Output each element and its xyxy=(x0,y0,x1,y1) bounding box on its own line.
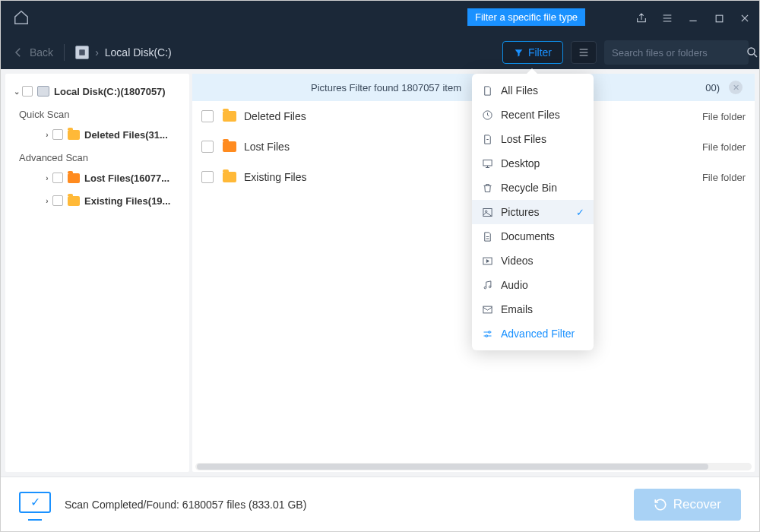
expand-icon[interactable]: › xyxy=(42,131,52,139)
folder-icon xyxy=(223,111,236,122)
folder-icon xyxy=(223,172,236,182)
svg-rect-0 xyxy=(716,15,723,22)
checkbox[interactable] xyxy=(52,129,63,140)
trash-icon xyxy=(481,182,493,194)
maximize-button[interactable] xyxy=(712,11,726,25)
search-input[interactable] xyxy=(612,47,739,59)
restore-icon xyxy=(654,498,667,511)
filter-option-lost-files[interactable]: Lost Files xyxy=(472,127,594,151)
chevron-right-icon: › xyxy=(95,46,99,59)
sidebar: ⌄ Local Disk(C:)(1807057) Quick Scan › D… xyxy=(5,74,189,472)
back-button[interactable]: Back xyxy=(11,46,53,59)
advanced-filter-label: Advanced Filter xyxy=(501,328,575,340)
clock-icon xyxy=(481,109,493,121)
filter-tooltip: Filter a specific file type xyxy=(467,8,585,26)
audio-icon xyxy=(481,279,493,291)
list-icon xyxy=(578,46,590,59)
sliders-icon xyxy=(481,328,493,340)
filter-option-label: Recent Files xyxy=(501,109,560,121)
filter-option-label: All Files xyxy=(501,84,538,97)
svg-rect-1 xyxy=(79,49,85,55)
filter-dropdown: All FilesRecent FilesLost FilesDesktopRe… xyxy=(472,74,594,350)
file-icon xyxy=(481,84,493,97)
filter-option-emails[interactable]: Emails xyxy=(472,297,594,321)
status-bar: ✓ Scan Completed/Found: 6180057 files (8… xyxy=(1,477,759,531)
filter-option-documents[interactable]: Documents xyxy=(472,224,594,249)
image-icon xyxy=(481,206,493,218)
mail-icon xyxy=(481,303,493,315)
folder-icon xyxy=(68,196,80,206)
expand-icon[interactable]: › xyxy=(42,174,52,182)
banner-text-left: Pictures Filter found 1807057 item xyxy=(204,82,461,93)
svg-rect-4 xyxy=(483,160,491,166)
home-icon[interactable] xyxy=(13,9,31,27)
filter-label: Filter xyxy=(528,46,552,59)
share-icon[interactable] xyxy=(635,11,648,25)
search-icon[interactable] xyxy=(746,46,759,59)
filter-option-label: Lost Files xyxy=(501,133,546,145)
drive-icon xyxy=(75,46,89,59)
search-box[interactable] xyxy=(604,40,749,65)
view-mode-button[interactable] xyxy=(571,41,597,64)
expand-icon[interactable]: › xyxy=(42,197,52,205)
app-window: Filter a specific file type Back xyxy=(0,0,760,532)
filter-option-label: Videos xyxy=(501,255,534,267)
svg-point-2 xyxy=(748,48,755,55)
file-name: Lost Files xyxy=(244,141,670,153)
filter-option-label: Audio xyxy=(501,279,528,291)
toolbar: Back › Local Disk(C:) Filter xyxy=(1,36,759,69)
desktop-icon xyxy=(481,157,493,169)
filter-option-videos[interactable]: Videos xyxy=(472,249,594,273)
lost-icon xyxy=(481,133,493,145)
svg-point-8 xyxy=(484,287,486,289)
checkbox[interactable] xyxy=(22,86,33,97)
folder-icon xyxy=(68,173,80,183)
filter-option-recent-files[interactable]: Recent Files xyxy=(472,103,594,127)
filter-option-label: Emails xyxy=(501,303,533,315)
svg-point-9 xyxy=(489,286,491,288)
checkbox[interactable] xyxy=(201,141,214,153)
banner-close-icon[interactable]: ✕ xyxy=(729,81,743,94)
svg-point-11 xyxy=(488,331,490,333)
checkbox[interactable] xyxy=(201,171,214,183)
video-icon xyxy=(481,255,493,267)
back-label: Back xyxy=(30,46,53,59)
advanced-filter-option[interactable]: Advanced Filter xyxy=(472,321,594,346)
breadcrumb-label: Local Disk(C:) xyxy=(105,46,172,59)
filter-option-label: Desktop xyxy=(501,157,540,169)
tree-item-label: Deleted Files(31... xyxy=(84,129,189,141)
filter-option-all-files[interactable]: All Files xyxy=(472,78,594,103)
banner-text-right: 00) xyxy=(705,82,720,93)
filter-button[interactable]: Filter xyxy=(502,41,563,64)
menu-icon[interactable] xyxy=(660,11,674,25)
filter-option-desktop[interactable]: Desktop xyxy=(472,151,594,176)
drive-icon xyxy=(37,86,49,97)
tree-root[interactable]: ⌄ Local Disk(C:)(1807057) xyxy=(5,80,189,103)
filter-option-label: Recycle Bin xyxy=(501,182,557,194)
tree-item-deleted[interactable]: › Deleted Files(31... xyxy=(5,123,189,146)
tree-item-existing[interactable]: › Existing Files(19... xyxy=(5,189,189,212)
file-type: File folder xyxy=(670,111,746,122)
collapse-icon[interactable]: ⌄ xyxy=(11,87,22,96)
main-area: ⌄ Local Disk(C:)(1807057) Quick Scan › D… xyxy=(1,69,759,477)
close-button[interactable] xyxy=(738,11,752,25)
recover-button[interactable]: Recover xyxy=(634,489,741,521)
checkbox[interactable] xyxy=(52,173,63,183)
titlebar: Filter a specific file type xyxy=(1,1,759,36)
filter-option-audio[interactable]: Audio xyxy=(472,273,594,297)
tree-item-lost[interactable]: › Lost Files(16077... xyxy=(5,166,189,189)
filter-option-pictures[interactable]: Pictures xyxy=(472,200,594,224)
file-name: Deleted Files xyxy=(244,110,670,122)
advanced-scan-label: Advanced Scan xyxy=(5,146,189,166)
filter-option-label: Documents xyxy=(501,230,555,242)
scan-status-text: Scan Completed/Found: 6180057 files (833… xyxy=(65,499,306,511)
breadcrumb[interactable]: › Local Disk(C:) xyxy=(75,46,172,59)
checkbox[interactable] xyxy=(52,195,63,206)
svg-rect-10 xyxy=(483,306,491,313)
filter-option-recycle-bin[interactable]: Recycle Bin xyxy=(472,176,594,200)
minimize-button[interactable] xyxy=(686,11,700,25)
doc-icon xyxy=(481,230,493,242)
checkbox[interactable] xyxy=(201,110,214,122)
horizontal-scrollbar[interactable] xyxy=(195,463,752,470)
filter-option-label: Pictures xyxy=(501,206,540,218)
